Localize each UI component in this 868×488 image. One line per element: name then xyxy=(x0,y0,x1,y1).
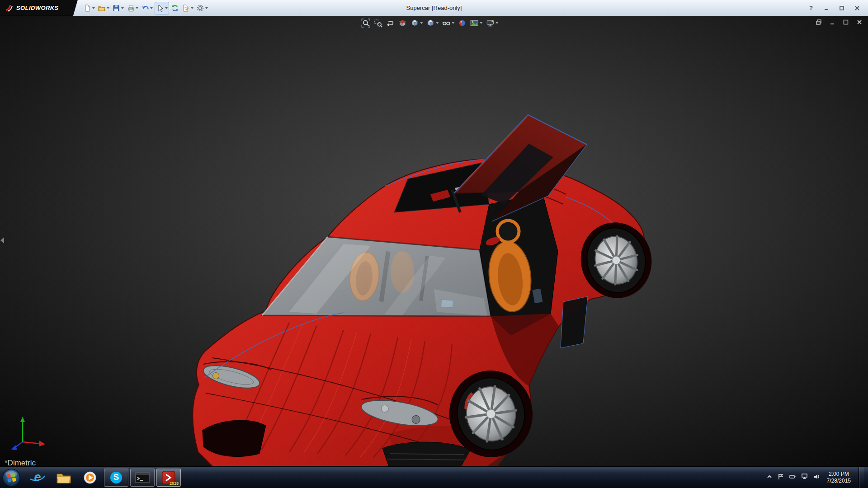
open-document-button[interactable] xyxy=(97,2,110,14)
solidworks-window: SOLIDWORKS xyxy=(0,0,868,488)
minimize-button[interactable] xyxy=(822,4,831,13)
graphics-area[interactable]: *Dimetric xyxy=(0,16,868,466)
hide-show-glasses-icon xyxy=(442,19,451,28)
edit-appearance-sphere-icon xyxy=(458,19,467,28)
taskbar-skype[interactable]: S xyxy=(104,469,128,487)
speaker-icon xyxy=(813,473,821,480)
file-properties-button[interactable] xyxy=(181,2,194,14)
chevron-up-icon xyxy=(766,474,773,480)
section-view-icon xyxy=(398,19,407,28)
taskbar-clock[interactable]: 2:00 PM 7/28/2015 xyxy=(827,471,851,484)
command-prompt-icon xyxy=(135,471,150,484)
doc-minimize-button[interactable] xyxy=(828,19,836,26)
solidworks-logo-icon xyxy=(5,4,14,13)
zoom-to-fit-button[interactable] xyxy=(360,18,371,28)
undo-icon xyxy=(141,4,149,12)
network-status-button[interactable] xyxy=(801,473,808,482)
print-icon xyxy=(127,4,135,12)
maximize-button[interactable] xyxy=(837,4,846,13)
heads-up-view-toolbar xyxy=(360,18,499,28)
taskbar-media-player[interactable] xyxy=(78,469,102,487)
taskbar-windows-explorer[interactable] xyxy=(52,469,76,487)
volume-button[interactable] xyxy=(813,473,821,482)
previous-view-button[interactable] xyxy=(385,18,396,28)
file-properties-icon xyxy=(182,4,190,12)
maximize-icon xyxy=(839,5,844,11)
save-button[interactable] xyxy=(111,2,125,14)
view-settings-button[interactable] xyxy=(485,18,499,28)
chevron-down-icon xyxy=(480,22,482,24)
action-center-button[interactable] xyxy=(778,473,784,482)
zoom-to-area-icon xyxy=(373,19,382,28)
apply-scene-button[interactable] xyxy=(469,18,483,28)
new-document-button[interactable] xyxy=(82,2,96,14)
windows-start-orb-icon xyxy=(2,468,21,487)
chevron-down-icon xyxy=(420,22,423,24)
taskbar-internet-explorer[interactable]: e xyxy=(25,469,50,487)
media-player-icon xyxy=(83,470,97,485)
document-title: Supercar [Read-only] xyxy=(406,5,462,11)
titlebar: SOLIDWORKS xyxy=(0,0,868,16)
ie-swoosh-icon xyxy=(29,474,46,482)
options-gear-icon xyxy=(196,4,204,12)
view-orientation-label: *Dimetric xyxy=(5,459,36,466)
undo-button[interactable] xyxy=(140,2,154,14)
chevron-down-icon xyxy=(92,7,95,9)
edit-appearance-button[interactable] xyxy=(457,18,467,28)
flag-icon xyxy=(778,473,784,480)
chevron-down-icon xyxy=(436,22,439,24)
display-style-button[interactable] xyxy=(425,18,439,28)
help-button[interactable]: ? xyxy=(807,4,816,13)
taskbar-solidworks-2015[interactable]: 2015 xyxy=(156,469,181,487)
zoom-to-area-button[interactable] xyxy=(373,18,383,28)
maximize-icon xyxy=(843,19,849,25)
brand-text: SOLIDWORKS xyxy=(16,5,59,11)
section-view-button[interactable] xyxy=(397,18,408,28)
zoom-to-fit-icon xyxy=(361,19,370,28)
view-settings-icon xyxy=(486,19,495,28)
chevron-down-icon xyxy=(191,7,193,9)
network-monitor-icon xyxy=(801,473,808,480)
open-folder-icon xyxy=(98,4,106,12)
options-button[interactable] xyxy=(195,2,209,14)
doc-close-button[interactable] xyxy=(855,19,863,26)
print-button[interactable] xyxy=(126,2,139,14)
model-scene xyxy=(0,16,868,466)
show-hidden-icons-button[interactable] xyxy=(766,474,773,482)
taskbar-command-prompt[interactable] xyxy=(130,469,155,487)
system-tray: 2:00 PM 7/28/2015 xyxy=(766,467,868,488)
close-icon xyxy=(854,5,860,11)
solidworks-logo: SOLIDWORKS xyxy=(0,0,78,16)
power-status-button[interactable] xyxy=(789,474,796,482)
chevron-down-icon xyxy=(107,7,109,9)
clock-date: 7/28/2015 xyxy=(827,478,851,484)
headrest xyxy=(497,221,519,242)
previous-view-icon xyxy=(386,19,395,28)
start-button[interactable] xyxy=(1,467,22,488)
close-button[interactable] xyxy=(853,4,862,13)
clock-time: 2:00 PM xyxy=(827,471,851,478)
hide-show-items-button[interactable] xyxy=(441,18,455,28)
select-tool-button[interactable] xyxy=(155,2,169,14)
close-icon xyxy=(856,19,863,25)
window-controls: ? xyxy=(807,4,868,13)
chevron-down-icon xyxy=(205,7,208,9)
rebuild-button[interactable] xyxy=(170,2,180,14)
minimize-icon xyxy=(824,5,829,11)
taskbar: e S xyxy=(0,466,868,488)
chevron-down-icon xyxy=(150,7,153,9)
doc-maximize-button[interactable] xyxy=(842,19,850,26)
chevron-down-icon xyxy=(495,22,498,24)
panel-collapse-arrow-icon[interactable] xyxy=(0,237,4,244)
apply-scene-icon xyxy=(470,19,479,28)
doc-restore-button[interactable] xyxy=(815,19,823,26)
skype-letter: S xyxy=(113,473,119,482)
document-window-controls xyxy=(815,19,863,26)
restore-icon xyxy=(816,19,822,25)
rebuild-icon xyxy=(171,4,179,12)
minimize-icon xyxy=(829,19,835,25)
show-desktop-button[interactable] xyxy=(859,467,864,488)
view-orientation-button[interactable] xyxy=(409,18,424,28)
new-document-icon xyxy=(83,4,91,12)
chevron-down-icon xyxy=(452,22,454,24)
